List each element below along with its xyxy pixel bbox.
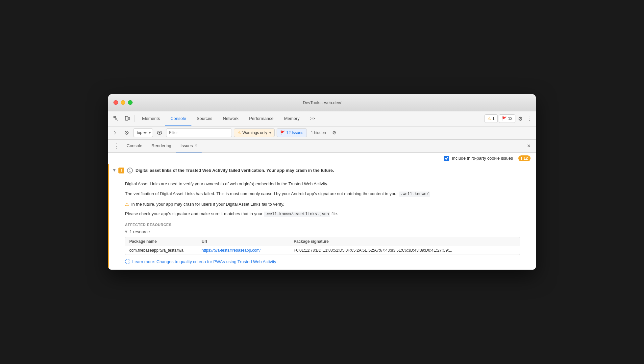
affected-resources: AFFECTED RESOURCES ▶ 1 resource Package …	[125, 223, 520, 255]
main-toolbar: Elements Console Sources Network Perform…	[108, 111, 536, 126]
resource-toggle[interactable]: ▶ 1 resource	[125, 229, 520, 234]
context-dropdown[interactable]: top	[136, 130, 148, 135]
learn-more-anchor[interactable]: Learn more: Changes to quality criteria …	[132, 259, 276, 264]
warning-icon: ⚠	[487, 116, 491, 121]
tab-sources[interactable]: Sources	[191, 111, 218, 126]
warning-filter-icon: ⚠	[237, 130, 241, 135]
learn-more-circle-icon: →	[125, 259, 130, 264]
close-issues-tab-icon[interactable]: ×	[195, 143, 197, 148]
svg-line-5	[126, 132, 128, 134]
issues-panel: Include third-party cookie issues ! 12 ▶…	[108, 153, 536, 270]
nav-tabs: Elements Console Sources Network Perform…	[137, 111, 484, 126]
issues-badge-button[interactable]: 🚩 12	[499, 114, 515, 123]
issue-item: ▶ ! 1 Digital asset links of the Trusted…	[108, 164, 536, 270]
traffic-lights	[113, 100, 133, 105]
resource-table: Package name Url Package signature com.f…	[125, 237, 520, 255]
inspect-element-button[interactable]	[111, 114, 121, 123]
tab-console[interactable]: Console	[165, 111, 191, 126]
minimize-button[interactable]	[121, 100, 125, 105]
toolbar-divider-1	[135, 115, 135, 122]
issues-flag-icon: 🚩	[502, 116, 507, 121]
tab-performance[interactable]: Performance	[244, 111, 279, 126]
eye-button[interactable]	[155, 128, 164, 137]
close-drawer-button[interactable]: ×	[524, 141, 533, 151]
tab-elements[interactable]: Elements	[137, 111, 165, 126]
dropdown-caret-icon: ▾	[269, 131, 271, 135]
total-issues-badge: ! 12	[518, 155, 531, 161]
issue-warning-badge: !	[118, 168, 124, 173]
issues-badge-icon: !	[521, 156, 522, 161]
affected-resources-label: AFFECTED RESOURCES	[125, 223, 520, 227]
issue-description-2: The verification of Digital Asset Links …	[125, 191, 520, 197]
svg-rect-1	[125, 116, 128, 120]
device-toolbar-button[interactable]	[122, 114, 133, 123]
svg-rect-2	[128, 117, 130, 120]
checkbox-bar: Include third-party cookie issues ! 12	[108, 153, 536, 164]
issue-chevron-icon: ▶	[113, 169, 116, 172]
devtools-window: DevTools - web.dev/ Elements Console	[108, 94, 536, 270]
title-bar: DevTools - web.dev/	[108, 94, 536, 111]
tab-network[interactable]: Network	[218, 111, 244, 126]
resource-toggle-chevron-icon: ▶	[125, 231, 128, 233]
block-icon-button[interactable]	[122, 128, 131, 137]
toolbar-right: ⚠ 1 🚩 12 ⚙ ⋮	[484, 114, 533, 123]
issue-count-circle: 1	[127, 168, 133, 173]
issue-warning-text: In the future, your app may crash for us…	[131, 201, 284, 208]
drawer-tab-console[interactable]: Console	[122, 140, 147, 152]
hidden-count-label: 1 hidden	[309, 130, 328, 135]
clear-console-button[interactable]	[111, 128, 120, 137]
svg-marker-3	[114, 131, 116, 134]
learn-more-link[interactable]: → Learn more: Changes to quality criteri…	[125, 259, 520, 264]
warnings-badge-button[interactable]: ⚠ 1	[484, 114, 498, 123]
tab-more[interactable]: >>	[305, 111, 320, 126]
drawer-tab-issues[interactable]: Issues ×	[176, 140, 202, 152]
drawer-tab-menu[interactable]: ⋮	[111, 142, 122, 149]
context-selector[interactable]: top ▾	[133, 128, 153, 137]
filter-input[interactable]	[166, 128, 232, 137]
warnings-only-dropdown[interactable]: ⚠ Warnings only ▾	[234, 128, 275, 137]
maximize-button[interactable]	[128, 100, 133, 105]
more-options-icon[interactable]: ⋮	[525, 114, 533, 123]
dropdown-arrow-icon: ▾	[149, 131, 151, 135]
issue-body: Digital Asset Links are used to verify y…	[109, 177, 536, 270]
issues-count-button[interactable]: 🚩 12 Issues	[277, 128, 307, 137]
issue-warning-line: ⚠ In the future, your app may crash for …	[125, 201, 520, 208]
svg-point-7	[159, 132, 161, 134]
secondary-toolbar: top ▾ ⚠ Warnings only ▾ 🚩 12 Issues 1 hi…	[108, 126, 536, 140]
resource-table-header: Package name Url Package signature	[125, 237, 520, 246]
tab-memory[interactable]: Memory	[279, 111, 305, 126]
third-party-cookies-checkbox[interactable]	[444, 156, 449, 161]
drawer-tab-rendering[interactable]: Rendering	[147, 140, 176, 152]
window-title: DevTools - web.dev/	[303, 100, 341, 105]
issue-check-text: Please check your app's signature and ma…	[125, 211, 520, 217]
issues-flag-small-icon: 🚩	[280, 130, 285, 135]
close-button[interactable]	[113, 100, 118, 105]
console-settings-button[interactable]: ⚙	[330, 128, 338, 137]
issue-description-1: Digital Asset Links are used to verify y…	[125, 181, 520, 188]
resource-table-row: com.firebaseapp.twa_tests.twa https://tw…	[125, 246, 520, 255]
settings-icon[interactable]: ⚙	[517, 114, 524, 123]
warning-triangle-icon: ⚠	[125, 201, 129, 207]
issue-title: Digital asset links of the Trusted Web A…	[136, 168, 532, 173]
checkbox-label: Include third-party cookie issues	[452, 156, 513, 161]
issue-header[interactable]: ▶ ! 1 Digital asset links of the Trusted…	[109, 164, 536, 177]
drawer-tabs: ⋮ Console Rendering Issues × ×	[108, 140, 536, 153]
